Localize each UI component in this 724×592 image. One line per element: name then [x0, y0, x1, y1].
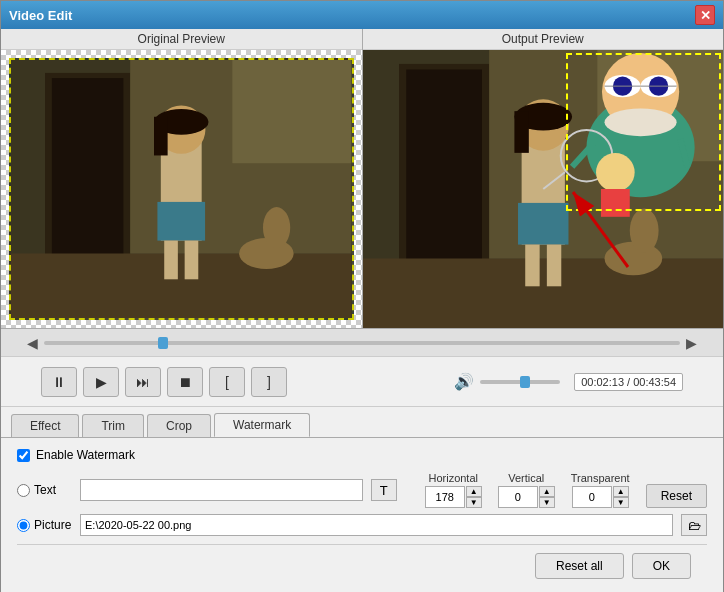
picture-option-row: Picture 🗁 — [17, 514, 707, 536]
horizontal-label: Horizontal — [428, 472, 478, 484]
timeline-scroll-left[interactable]: ◀ — [21, 333, 44, 353]
svg-point-33 — [604, 108, 676, 136]
transparent-value[interactable]: 0 — [572, 486, 612, 508]
svg-rect-11 — [154, 117, 168, 156]
text-radio-label: Text — [34, 483, 56, 497]
text-radio-group: Text — [17, 483, 72, 497]
svg-rect-26 — [514, 111, 528, 153]
horizontal-param: Horizontal 178 ▲ ▼ — [425, 472, 482, 508]
vertical-spinner: 0 ▲ ▼ — [498, 486, 555, 508]
svg-rect-18 — [363, 259, 724, 329]
svg-rect-14 — [185, 241, 199, 280]
controls-area: ⏸ ▶ ⏭ ⏹ [ ] 🔊 00:02:13 / 00:43:54 — [1, 357, 723, 407]
pause-button[interactable]: ⏸ — [41, 367, 77, 397]
vertical-param: Vertical 0 ▲ ▼ — [498, 472, 555, 508]
time-display: 00:02:13 / 00:43:54 — [574, 373, 683, 391]
tab-watermark[interactable]: Watermark — [214, 413, 310, 437]
preview-area: Original Preview — [1, 29, 723, 329]
svg-rect-29 — [546, 245, 560, 287]
text-input-field[interactable] — [80, 479, 363, 501]
output-video-image — [363, 50, 724, 328]
play-button[interactable]: ▶ — [83, 367, 119, 397]
horizontal-spinner: 178 ▲ ▼ — [425, 486, 482, 508]
enable-watermark-row: Enable Watermark — [17, 448, 707, 462]
svg-rect-12 — [157, 202, 205, 241]
mark-out-button[interactable]: ] — [251, 367, 287, 397]
text-format-button[interactable]: T — [371, 479, 397, 501]
horizontal-down-button[interactable]: ▼ — [466, 497, 482, 508]
horizontal-value[interactable]: 178 — [425, 486, 465, 508]
tabs-bar: Effect Trim Crop Watermark — [1, 407, 723, 438]
picture-path-input[interactable] — [80, 514, 673, 536]
vertical-down-button[interactable]: ▼ — [539, 497, 555, 508]
video-edit-window: Video Edit ✕ Original Preview — [0, 0, 724, 592]
output-preview-panel: Output Preview — [363, 29, 724, 328]
volume-area: 🔊 00:02:13 / 00:43:54 — [454, 372, 683, 391]
horizontal-spinner-buttons: ▲ ▼ — [466, 486, 482, 508]
transparent-spinner-buttons: ▲ ▼ — [613, 486, 629, 508]
svg-point-7 — [263, 207, 290, 248]
mark-in-button[interactable]: [ — [209, 367, 245, 397]
svg-rect-3 — [11, 254, 352, 319]
tab-trim[interactable]: Trim — [82, 414, 144, 437]
transparent-spinner: 0 ▲ ▼ — [572, 486, 629, 508]
output-scene-svg — [363, 50, 724, 328]
volume-thumb[interactable] — [520, 376, 530, 388]
title-bar: Video Edit ✕ — [1, 1, 723, 29]
output-preview-content — [363, 50, 724, 328]
transparent-label: Transparent — [571, 472, 630, 484]
svg-rect-2 — [52, 78, 124, 274]
tab-effect[interactable]: Effect — [11, 414, 79, 437]
vertical-label: Vertical — [508, 472, 544, 484]
svg-rect-17 — [406, 69, 482, 280]
transparent-down-button[interactable]: ▼ — [613, 497, 629, 508]
watermark-options: Enable Watermark Text T Horizontal 178 — [17, 448, 707, 536]
next-frame-button[interactable]: ⏭ — [125, 367, 161, 397]
original-preview-content — [1, 50, 362, 328]
browse-button[interactable]: 🗁 — [681, 514, 707, 536]
enable-watermark-label: Enable Watermark — [36, 448, 135, 462]
tab-crop[interactable]: Crop — [147, 414, 211, 437]
timeline-area: ◀ ▶ — [1, 329, 723, 357]
horizontal-up-button[interactable]: ▲ — [466, 486, 482, 497]
output-preview-label: Output Preview — [363, 29, 724, 50]
original-preview-panel: Original Preview — [1, 29, 362, 328]
original-video-frame — [9, 58, 354, 320]
volume-slider[interactable] — [480, 380, 560, 384]
original-scene-svg — [11, 60, 352, 318]
timeline-track[interactable] — [44, 341, 680, 345]
reset-button[interactable]: Reset — [646, 484, 707, 508]
picture-radio-group: Picture — [17, 518, 72, 532]
svg-point-44 — [596, 153, 635, 192]
right-params: Horizontal 178 ▲ ▼ Vertical 0 — [425, 472, 707, 508]
svg-rect-5 — [232, 60, 351, 163]
text-radio[interactable] — [17, 484, 30, 497]
svg-point-22 — [629, 208, 658, 252]
original-preview-label: Original Preview — [1, 29, 362, 50]
volume-icon: 🔊 — [454, 372, 474, 391]
reset-all-button[interactable]: Reset all — [535, 553, 624, 579]
bottom-actions: Reset all OK — [17, 544, 707, 587]
vertical-value[interactable]: 0 — [498, 486, 538, 508]
text-option-row: Text T Horizontal 178 ▲ ▼ — [17, 472, 707, 508]
svg-rect-45 — [600, 189, 629, 217]
picture-radio-label: Picture — [34, 518, 71, 532]
close-button[interactable]: ✕ — [695, 5, 715, 25]
picture-radio[interactable] — [17, 519, 30, 532]
vertical-spinner-buttons: ▲ ▼ — [539, 486, 555, 508]
timeline-scroll-right[interactable]: ▶ — [680, 333, 703, 353]
bottom-panel: Enable Watermark Text T Horizontal 178 — [1, 438, 723, 592]
timeline-thumb[interactable] — [158, 337, 168, 349]
enable-watermark-checkbox[interactable] — [17, 449, 30, 462]
svg-rect-27 — [518, 203, 568, 245]
stop-button[interactable]: ⏹ — [167, 367, 203, 397]
svg-rect-28 — [525, 245, 539, 287]
window-title: Video Edit — [9, 8, 72, 23]
transparent-param: Transparent 0 ▲ ▼ — [571, 472, 630, 508]
svg-rect-13 — [164, 241, 178, 280]
transparent-up-button[interactable]: ▲ — [613, 486, 629, 497]
original-video-image — [9, 58, 354, 320]
vertical-up-button[interactable]: ▲ — [539, 486, 555, 497]
ok-button[interactable]: OK — [632, 553, 691, 579]
